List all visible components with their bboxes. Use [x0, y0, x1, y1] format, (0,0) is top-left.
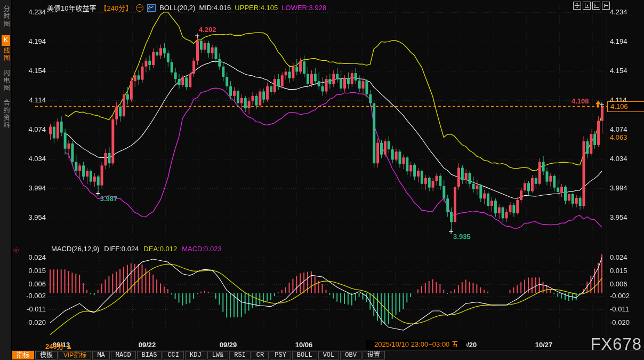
toolbar-button-VIP指标[interactable]: VIP指标	[59, 351, 91, 359]
macd-tick-left: 0.006	[13, 280, 46, 288]
sidebar-item-flash-chart[interactable]: 闪电图	[2, 69, 11, 92]
macd-panel-icon[interactable]	[13, 246, 19, 255]
toolbar-button-设置[interactable]: 设置	[363, 351, 385, 359]
boll-indicator-label: BOLL(20,2)	[159, 4, 195, 12]
toolbar-button-MA[interactable]: MA	[92, 351, 109, 359]
boll-mid-value: MID:4.016	[199, 4, 231, 12]
mini-chart-icon[interactable]	[147, 4, 156, 12]
kline-active-rest: 线图	[2, 47, 10, 62]
annotation-peak-price: 4.202	[199, 26, 216, 34]
macd-tick-left: 0.015	[13, 267, 46, 275]
macd-tick-right: -0.002	[610, 292, 630, 300]
annotation-low-price-2: 3.935	[453, 233, 471, 241]
macd-tick-left: -0.011	[13, 305, 46, 313]
period-indicator[interactable]: 240分 ▲	[45, 341, 73, 351]
macd-tick-right: 0.015	[610, 267, 627, 275]
macd-tick-right: -0.011	[610, 305, 629, 313]
settings-icon[interactable]: —	[136, 4, 143, 12]
price-tick-right: 4.234	[610, 8, 627, 16]
period-badge: 【240分】	[100, 3, 132, 13]
boll-upper-value: UPPER:4.105	[235, 4, 278, 12]
price-tick-left: 3.994	[13, 184, 46, 192]
reference-price-label: 4.063	[610, 133, 627, 141]
current-price-box: 4.106	[607, 101, 644, 112]
price-tick-left: 4.234	[13, 8, 46, 16]
price-tick-left: 3.954	[13, 213, 46, 221]
left-price-axis: 4.2344.1944.1544.1144.0744.0343.9943.954…	[13, 0, 46, 340]
toolbar-button-PSY[interactable]: PSY	[270, 351, 291, 359]
date-label: 09/22	[123, 341, 171, 349]
annotation-latest-high: 4.108	[571, 97, 589, 105]
macd-tick-right: 0.006	[610, 280, 627, 288]
toolbar-button-模板[interactable]: 模板	[35, 351, 58, 359]
sidebar-item-kline-chart[interactable]: K线图	[2, 35, 11, 62]
sidebar-item-timeline-chart[interactable]: 分时图	[2, 5, 11, 28]
macd-indicator-label: MACD(26,12,9)	[51, 245, 99, 253]
boll-lower-value: LOWER:3.928	[281, 4, 326, 12]
chart-tools-group	[573, 2, 610, 10]
toolbar-button-CR[interactable]: CR	[252, 351, 269, 359]
price-tick-right: 3.954	[610, 213, 627, 221]
toolbar-button-LW&[interactable]: LW&	[207, 351, 229, 359]
price-tick-left: 4.074	[13, 125, 46, 133]
candlestick-chart[interactable]	[12, 0, 608, 340]
toolbar-button-KDJ[interactable]: KDJ	[185, 351, 206, 359]
price-tick-right: 4.194	[610, 37, 627, 45]
chart-header: 美债10年收益率 【240分】 — BOLL(20,2) MID:4.016 U…	[47, 3, 326, 13]
toolbar-button-指标[interactable]: 指标	[12, 351, 34, 359]
price-tick-right: 4.154	[610, 67, 627, 75]
scale-left-tool-icon[interactable]	[583, 2, 591, 10]
x-axis-row: 09/1309/2209/2910/0610/2010/272025/10/10…	[12, 340, 644, 350]
macd-tick-left: -0.002	[13, 292, 46, 300]
trading-app-window: { "header": { "title": "美债10年收益率", "peri…	[0, 0, 644, 360]
macd-macd-value: MACD:0.023	[182, 245, 221, 253]
kline-active-char: K	[2, 35, 10, 46]
right-price-axis: 4.2344.1944.1544.1144.0744.0343.9943.954…	[610, 0, 644, 340]
price-tick-right: 4.074	[610, 125, 627, 133]
annotation-low-price-1: 3.987	[100, 195, 118, 203]
toolbar-button-CCI[interactable]: CCI	[163, 351, 184, 359]
toolbar-button-BIAS[interactable]: BIAS	[137, 351, 162, 359]
macd-tick-left: -0.020	[13, 318, 46, 326]
crosshair-date-readout: 2025/10/10 23:00~03:00 五	[366, 340, 466, 349]
sidebar-item-contract-info[interactable]: 合约资料	[2, 99, 11, 129]
price-tick-right: 3.994	[610, 184, 627, 192]
toolbar-button-VOL[interactable]: VOL	[318, 351, 340, 359]
scale-right-tool-icon[interactable]	[592, 2, 600, 10]
date-label: 10/06	[280, 341, 328, 349]
price-tick-left: 4.034	[13, 155, 46, 163]
macd-diff-value: DIFF:0.024	[104, 245, 139, 253]
indicator-toolbar: 指标模板VIP指标MAMACDBIASCCIKDJLW&RSICRPSYBOLL…	[12, 350, 644, 360]
crosshair-tool-icon[interactable]	[573, 2, 581, 10]
toolbar-button-OBV[interactable]: OBV	[340, 351, 361, 359]
price-tick-left: 4.194	[13, 37, 46, 45]
price-tick-left: 4.114	[13, 96, 46, 104]
date-label: 09/29	[204, 341, 252, 349]
macd-panel-header: MACD(26,12,9) DIFF:0.024 DEA:0.012 MACD:…	[51, 245, 222, 253]
macd-tick-right: 0.024	[610, 253, 627, 261]
toolbar-button-MACD[interactable]: MACD	[111, 351, 136, 359]
date-label: 10/27	[520, 341, 568, 349]
price-tick-left: 4.154	[13, 67, 46, 75]
macd-dea-value: DEA:0.012	[143, 245, 177, 253]
instrument-title: 美债10年收益率	[47, 3, 96, 13]
chart-type-sidebar: 分时图 K线图 闪电图 合约资料	[0, 0, 12, 360]
toolbar-button-RSI[interactable]: RSI	[229, 351, 251, 359]
macd-tick-right: -0.020	[610, 318, 630, 326]
pan-right-tool-icon[interactable]	[602, 2, 610, 10]
toolbar-button-BOLL[interactable]: BOLL	[292, 351, 317, 359]
price-tick-right: 4.034	[610, 155, 627, 163]
